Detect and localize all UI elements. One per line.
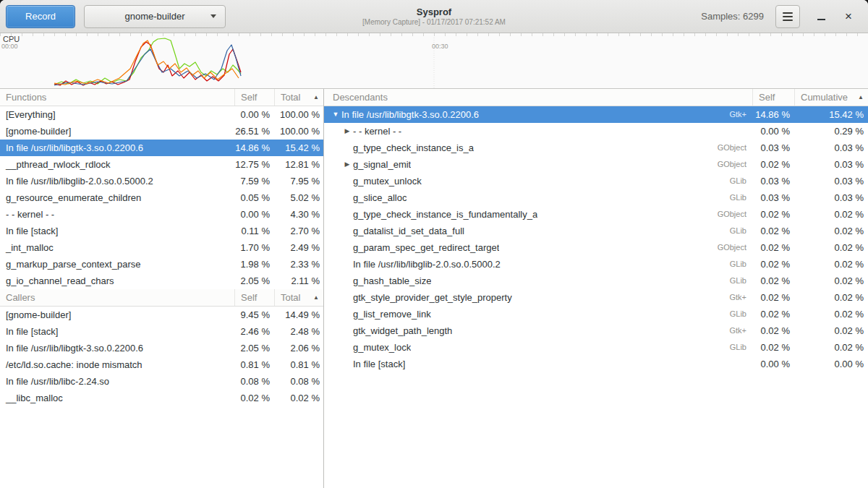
self-value: 14.86 % [234,140,274,156]
time-tick-start: 00:00 [1,43,18,50]
self-value: 12.75 % [234,156,274,173]
self-value: 0.00 % [234,206,274,223]
cpu-series-green [54,38,241,85]
descendants-table-row[interactable]: ▼In file /usr/lib/libgtk-3.so.0.2200.6Gt… [324,106,868,123]
category-label: GObject [712,140,752,156]
functions-table-row[interactable]: [gnome-builder]26.51 %100.00 % [0,123,323,140]
callers-self-column-header[interactable]: Self [234,289,274,306]
sort-indicator-icon: ▲ [858,89,864,106]
category-label: GLib [724,189,752,206]
function-name: g_type_check_instance_is_a [353,140,474,156]
callers-header-row: Callers Self Total ▲ [0,289,323,307]
descendants-table-row[interactable]: g_list_remove_linkGLib0.02 %0.02 % [324,306,868,322]
self-value: 0.02 % [752,156,794,173]
descendants-cumulative-column-header[interactable]: Cumulative ▲ [794,89,868,106]
process-selector-dropdown[interactable]: gnome-builder [84,5,226,28]
self-value: 0.02 % [234,390,274,406]
descendants-table-row[interactable]: g_slice_allocGLib0.03 %0.03 % [324,189,868,206]
total-value: 100.00 % [274,106,323,123]
function-name: In file [stack] [0,323,234,340]
self-value: 0.81 % [234,356,274,373]
self-value: 26.51 % [234,123,274,140]
total-value: 2.48 % [274,323,323,340]
cumulative-value: 0.03 % [794,156,868,173]
samples-count: Samples: 6299 [701,11,764,22]
close-button[interactable]: × [838,6,859,27]
descendants-table-row[interactable]: g_type_check_instance_is_fundamentally_a… [324,206,868,223]
cumulative-value: 0.02 % [794,322,868,339]
function-name: [gnome-builder] [0,123,234,140]
descendants-table-row[interactable]: g_param_spec_get_redirect_targetGObject0… [324,239,868,256]
functions-table-row[interactable]: g_resource_enumerate_children0.05 %5.02 … [0,189,323,206]
cumulative-value: 0.29 % [794,123,868,140]
expander-icon[interactable]: ▶ [341,156,353,173]
callers-table-row[interactable]: __libc_malloc0.02 %0.02 % [0,390,323,406]
descendants-column-header[interactable]: Descendants [324,89,752,106]
category-label: GLib [724,173,752,189]
self-value: 0.03 % [752,189,794,206]
descendants-self-column-header[interactable]: Self [752,89,794,106]
functions-table-row[interactable]: - - kernel - -0.00 %4.30 % [0,206,323,223]
total-value: 15.42 % [274,140,323,156]
callers-table-row[interactable]: In file /usr/lib/libgtk-3.so.0.2200.62.0… [0,340,323,356]
callers-column-header[interactable]: Callers [0,289,234,306]
functions-table-row[interactable]: In file [stack]0.11 %2.70 % [0,223,323,239]
descendants-table-row[interactable]: ▶- - kernel - -0.00 %0.29 % [324,123,868,140]
expander-slot [341,339,353,356]
cumulative-value: 0.03 % [794,140,868,156]
functions-table-row[interactable]: __pthread_rwlock_rdlock12.75 %12.81 % [0,156,323,173]
total-value: 0.08 % [274,373,323,390]
callers-total-column-header[interactable]: Total ▲ [274,289,323,306]
expander-icon[interactable]: ▶ [341,123,353,140]
function-name: g_io_channel_read_chars [0,273,234,289]
functions-total-column-header[interactable]: Total ▲ [274,89,323,106]
functions-self-column-header[interactable]: Self [234,89,274,106]
header-bar: Record gnome-builder Sysprof [Memory Cap… [0,0,868,33]
callers-table-row[interactable]: In file /usr/lib/libc-2.24.so0.08 %0.08 … [0,373,323,390]
record-button[interactable]: Record [6,5,75,28]
functions-table-row[interactable]: In file /usr/lib/libglib-2.0.so.0.5000.2… [0,173,323,189]
functions-table-row[interactable]: g_markup_parse_context_parse1.98 %2.33 % [0,256,323,273]
cumulative-value: 0.02 % [794,339,868,356]
function-name: In file [stack] [353,356,405,372]
descendants-table-row[interactable]: In file [stack]0.00 %0.00 % [324,356,868,372]
category-label: GLib [724,223,752,239]
descendants-table-row[interactable]: ▶g_signal_emitGObject0.02 %0.03 % [324,156,868,173]
expander-icon[interactable]: ▼ [330,106,341,123]
total-value: 14.49 % [274,307,323,323]
total-value: 0.02 % [274,390,323,406]
descendants-table-row[interactable]: In file /usr/lib/libglib-2.0.so.0.5000.2… [324,256,868,273]
cumulative-value: 0.03 % [794,173,868,189]
minimize-button[interactable] [810,6,832,27]
functions-column-header[interactable]: Functions [0,89,234,106]
menu-button[interactable] [775,5,800,28]
hamburger-icon [783,12,793,14]
descendants-table-row[interactable]: g_hash_table_sizeGLib0.02 %0.02 % [324,273,868,289]
functions-table-row[interactable]: [Everything]0.00 %100.00 % [0,106,323,123]
descendants-table-row[interactable]: gtk_widget_path_lengthGtk+0.02 %0.02 % [324,322,868,339]
callers-table-row[interactable]: In file [stack]2.46 %2.48 % [0,323,323,340]
cumulative-value: 0.02 % [794,206,868,223]
descendants-table-row[interactable]: g_mutex_unlockGLib0.03 %0.03 % [324,173,868,189]
descendants-table-row[interactable]: g_datalist_id_set_data_fullGLib0.02 %0.0… [324,223,868,239]
functions-table-row[interactable]: g_io_channel_read_chars2.05 %2.11 % [0,273,323,289]
descendants-table-row[interactable]: gtk_style_provider_get_style_propertyGtk… [324,289,868,306]
self-value: 0.02 % [752,306,794,322]
self-value: 0.03 % [752,173,794,189]
functions-table-row[interactable]: _int_malloc1.70 %2.49 % [0,239,323,256]
descendants-table-row[interactable]: g_mutex_lockGLib0.02 %0.02 % [324,339,868,356]
self-value: 0.08 % [234,373,274,390]
callers-table-row[interactable]: /etc/ld.so.cache: inode mismatch0.81 %0.… [0,356,323,373]
functions-table-row[interactable]: In file /usr/lib/libgtk-3.so.0.2200.614.… [0,140,323,156]
callers-table-row[interactable]: [gnome-builder]9.45 %14.49 % [0,307,323,323]
self-value: 0.05 % [234,189,274,206]
cpu-timeline-graph[interactable]: CPU 00:00 00:30 [0,33,868,89]
cumulative-value: 0.00 % [794,356,868,372]
function-name: In file /usr/lib/libglib-2.0.so.0.5000.2 [353,256,501,273]
descendants-table-row[interactable]: g_type_check_instance_is_aGObject0.03 %0… [324,140,868,156]
main-content: Functions Self Total ▲ [Everything]0.00 … [0,89,868,488]
expander-slot [341,206,353,223]
expander-slot [341,173,353,189]
process-selector-label: gnome-builder [124,11,184,22]
function-name: gtk_style_provider_get_style_property [353,289,512,306]
